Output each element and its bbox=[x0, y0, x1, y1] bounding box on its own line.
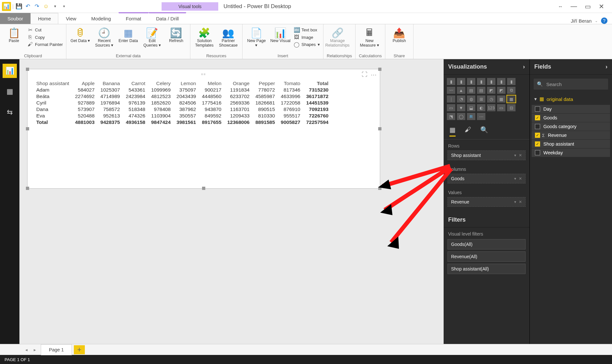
expand-icon[interactable]: ▾ bbox=[534, 96, 537, 102]
field-row[interactable]: Weekday bbox=[532, 149, 610, 157]
page-prev-icon[interactable]: ◂ bbox=[22, 347, 30, 352]
filter-pill[interactable]: Goods(All) bbox=[448, 239, 526, 249]
close-icon[interactable]: ✕ bbox=[599, 3, 604, 10]
fields-well-tab-icon[interactable]: ▦ bbox=[449, 126, 456, 137]
maximize-icon[interactable]: ▭ bbox=[585, 3, 591, 10]
redo-icon[interactable]: ↷ bbox=[33, 3, 41, 10]
filter-pill[interactable]: Revenue(All) bbox=[448, 251, 526, 262]
field-checkbox[interactable]: ✓ bbox=[535, 141, 540, 147]
paste-button[interactable]: 📋 Paste bbox=[3, 26, 25, 43]
pill-remove-icon[interactable]: ✕ bbox=[519, 176, 522, 181]
tab-home[interactable]: Home bbox=[30, 13, 58, 24]
field-checkbox[interactable] bbox=[535, 106, 540, 112]
matrix-visual[interactable]: ≡≡ ⛶ ⋯ Shop assistantAppleBananaCarrotCe… bbox=[27, 69, 380, 189]
shapes-button[interactable]: ◯Shapes ▾ bbox=[294, 41, 320, 48]
field-row[interactable]: ✓Shop assistant bbox=[532, 140, 610, 148]
pill-dropdown-icon[interactable]: ▾ bbox=[514, 200, 516, 204]
get-data-button[interactable]: 🛢Get Data ▾ bbox=[70, 26, 91, 43]
image-button[interactable]: 🖼Image bbox=[294, 34, 320, 40]
collapse-fields-icon[interactable]: › bbox=[606, 63, 607, 70]
tab-file[interactable]: Soubor bbox=[0, 13, 30, 24]
group-label-insert: Insert bbox=[246, 53, 320, 58]
fields-table-header[interactable]: ▾ ▦ original data bbox=[530, 94, 612, 105]
recent-sources-button[interactable]: 🕘Recent Sources ▾ bbox=[94, 26, 115, 48]
field-row[interactable]: Goods category bbox=[532, 122, 610, 131]
svg-line-0 bbox=[383, 166, 450, 186]
edit-queries-button[interactable]: 📝Edit Queries ▾ bbox=[142, 26, 163, 48]
view-model-icon[interactable]: ⇆ bbox=[3, 105, 17, 119]
edit-queries-icon: 📝 bbox=[146, 27, 158, 39]
tab-format[interactable]: Format bbox=[119, 12, 149, 24]
copy-button[interactable]: ⎘Copy bbox=[27, 34, 63, 40]
new-measure-button[interactable]: 🖩New Measure ▾ bbox=[359, 26, 380, 48]
enter-data-button[interactable]: ▦Enter Data bbox=[118, 26, 139, 43]
cut-button[interactable]: ✂Cut bbox=[27, 27, 63, 33]
solution-templates-button[interactable]: 🧩Solution Templates bbox=[194, 26, 215, 48]
status-page-count: PAGE 1 OF 1 bbox=[5, 357, 30, 362]
save-icon[interactable]: 💾 bbox=[15, 3, 23, 10]
undo-icon[interactable]: ↶ bbox=[24, 3, 32, 10]
field-name: Shop assistant bbox=[543, 141, 574, 147]
smiley-icon[interactable]: ☺ bbox=[42, 3, 50, 10]
user-chevron-icon[interactable]: ⌄ bbox=[595, 19, 598, 23]
more-options-icon[interactable]: ⋯ bbox=[371, 71, 377, 78]
add-page-button[interactable]: + bbox=[74, 345, 85, 354]
drag-handle-icon[interactable]: ≡≡ bbox=[201, 72, 206, 76]
field-row[interactable]: ✓ΣRevenue bbox=[532, 131, 610, 139]
textbox-button[interactable]: 🔤Text box bbox=[294, 27, 320, 33]
user-name[interactable]: Jiří Beran bbox=[571, 18, 592, 24]
columns-well-pill[interactable]: Goods ▾✕ bbox=[448, 174, 526, 183]
visualization-gallery[interactable]: ▮▮▮▮▮▮▮ 〰▲▤▤◩◩⧉ ⋮◔◍⊞◷▦▦ ▭▼⬓◐123▭⊟ ⬔◯R⋯ bbox=[444, 75, 529, 123]
field-row[interactable]: ✓Goods bbox=[532, 114, 610, 122]
new-page-button[interactable]: 📄New Page ▾ bbox=[246, 26, 267, 48]
new-visual-icon: 📊 bbox=[274, 27, 286, 39]
partner-showcase-button[interactable]: 👥Partner Showcase bbox=[218, 26, 239, 48]
brush-icon: 🖌 bbox=[27, 41, 33, 47]
format-well-tab-icon[interactable]: 🖌 bbox=[465, 126, 471, 137]
view-report-icon[interactable]: 📊 bbox=[3, 64, 17, 78]
page-next-icon[interactable]: ▸ bbox=[30, 347, 39, 352]
field-row[interactable]: Day bbox=[532, 105, 610, 113]
field-name: Revenue bbox=[548, 133, 567, 138]
svg-line-2 bbox=[385, 167, 450, 210]
tab-data-drill[interactable]: Data / Drill bbox=[149, 12, 186, 24]
sigma-icon: Σ bbox=[542, 133, 545, 138]
pill-dropdown-icon[interactable]: ▾ bbox=[514, 176, 516, 181]
focus-mode-icon[interactable]: ⛶ bbox=[362, 71, 368, 78]
columns-well-label: Columns bbox=[444, 163, 529, 173]
field-checkbox[interactable] bbox=[535, 124, 540, 129]
field-checkbox[interactable] bbox=[535, 150, 540, 155]
rows-well-pill[interactable]: Shop assistant ▾✕ bbox=[448, 150, 526, 160]
svg-marker-3 bbox=[380, 204, 392, 215]
qat-dropdown-icon[interactable]: ▼ bbox=[51, 3, 59, 10]
pill-remove-icon[interactable]: ✕ bbox=[519, 153, 522, 158]
tab-view[interactable]: View bbox=[58, 13, 84, 24]
new-page-icon: 📄 bbox=[250, 27, 262, 39]
pill-remove-icon[interactable]: ✕ bbox=[519, 200, 522, 204]
fields-search-input[interactable]: 🔍 Search bbox=[534, 79, 608, 90]
tab-modeling[interactable]: Modeling bbox=[84, 13, 119, 24]
field-name: Weekday bbox=[543, 150, 563, 155]
view-data-icon[interactable]: ▦ bbox=[3, 84, 17, 99]
publish-button[interactable]: 📤Publish bbox=[389, 26, 410, 43]
page-tab[interactable]: Page 1 bbox=[41, 344, 72, 355]
manage-relationships-button[interactable]: 🔗Manage Relationships bbox=[327, 26, 348, 48]
values-well-pill[interactable]: Revenue ▾✕ bbox=[448, 197, 526, 207]
filter-pill[interactable]: Shop assistant(All) bbox=[448, 264, 526, 274]
analytics-well-tab-icon[interactable]: 🔍 bbox=[480, 126, 488, 137]
ribbon-display-icon[interactable]: ↔ bbox=[558, 4, 563, 9]
qat-customize-icon[interactable]: ▾ bbox=[60, 3, 68, 10]
report-canvas[interactable]: ≡≡ ⛶ ⋯ Shop assistantAppleBananaCarrotCe… bbox=[19, 59, 444, 344]
pill-dropdown-icon[interactable]: ▾ bbox=[514, 153, 516, 158]
matrix-table: Shop assistantAppleBananaCarrotCeleryLem… bbox=[33, 80, 331, 126]
svg-marker-5 bbox=[387, 237, 399, 249]
new-visual-button[interactable]: 📊New Visual bbox=[270, 26, 291, 43]
paste-icon: 📋 bbox=[8, 27, 20, 39]
minimize-icon[interactable]: — bbox=[571, 3, 577, 10]
refresh-button[interactable]: 🔄Refresh bbox=[165, 26, 187, 43]
help-icon[interactable]: ? bbox=[601, 17, 607, 24]
field-checkbox[interactable]: ✓ bbox=[535, 115, 540, 120]
format-painter-button[interactable]: 🖌Format Painter bbox=[27, 41, 63, 47]
collapse-viz-icon[interactable]: › bbox=[523, 63, 525, 70]
field-checkbox[interactable]: ✓ bbox=[535, 133, 540, 138]
